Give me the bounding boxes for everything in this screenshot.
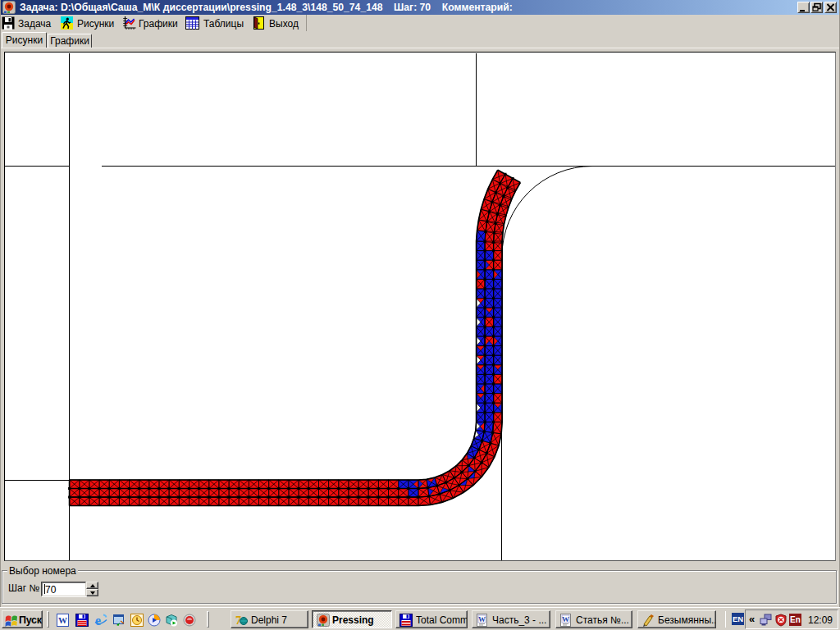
svg-text:W: W xyxy=(58,615,67,625)
svg-text:e: e xyxy=(95,614,101,627)
svg-text:W: W xyxy=(562,615,569,623)
svg-text:W: W xyxy=(478,615,486,623)
